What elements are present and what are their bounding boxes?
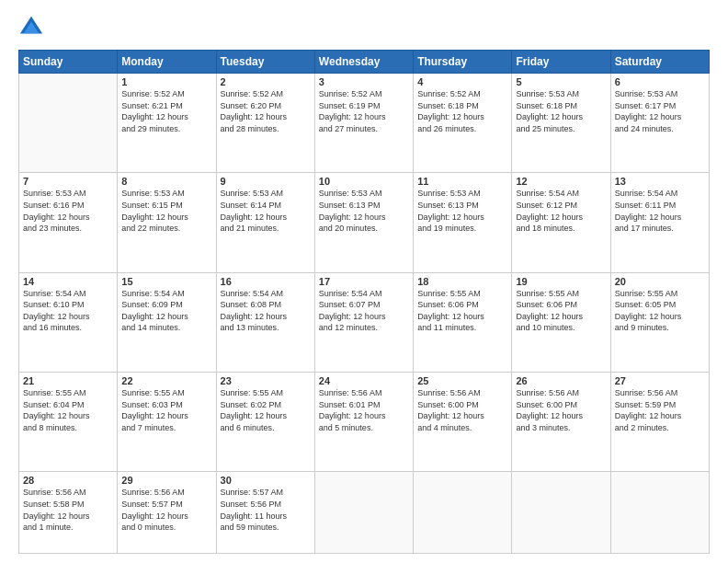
day-cell: 23Sunrise: 5:55 AM Sunset: 6:02 PM Dayli…: [216, 372, 314, 471]
day-cell: 28Sunrise: 5:56 AM Sunset: 5:58 PM Dayli…: [19, 472, 118, 554]
day-cell: 9Sunrise: 5:53 AM Sunset: 6:14 PM Daylig…: [216, 173, 314, 272]
day-number: 5: [516, 76, 606, 87]
day-cell: 19Sunrise: 5:55 AM Sunset: 6:06 PM Dayli…: [512, 272, 610, 372]
day-cell: 27Sunrise: 5:56 AM Sunset: 5:59 PM Dayli…: [610, 372, 709, 471]
day-cell: [19, 74, 118, 173]
day-cell: 7Sunrise: 5:53 AM Sunset: 6:16 PM Daylig…: [19, 173, 118, 272]
day-number: 10: [319, 176, 409, 187]
day-number: 30: [221, 475, 311, 486]
day-info: Sunrise: 5:54 AM Sunset: 6:12 PM Dayligh…: [516, 188, 606, 234]
day-info: Sunrise: 5:53 AM Sunset: 6:13 PM Dayligh…: [417, 188, 507, 234]
day-number: 23: [221, 375, 311, 386]
day-number: 26: [516, 375, 606, 386]
day-number: 3: [319, 76, 409, 87]
day-cell: 21Sunrise: 5:55 AM Sunset: 6:04 PM Dayli…: [19, 372, 118, 471]
day-cell: 16Sunrise: 5:54 AM Sunset: 6:08 PM Dayli…: [216, 272, 314, 372]
day-number: 15: [121, 276, 211, 287]
day-info: Sunrise: 5:56 AM Sunset: 5:59 PM Dayligh…: [615, 387, 705, 433]
day-number: 9: [221, 176, 311, 187]
day-cell: 5Sunrise: 5:53 AM Sunset: 6:18 PM Daylig…: [512, 74, 610, 173]
day-cell: 18Sunrise: 5:55 AM Sunset: 6:06 PM Dayli…: [414, 272, 512, 372]
day-number: 16: [221, 276, 311, 287]
header: [18, 15, 710, 40]
weekday-header-monday: Monday: [118, 51, 216, 74]
day-info: Sunrise: 5:53 AM Sunset: 6:18 PM Dayligh…: [516, 88, 606, 134]
day-cell: 17Sunrise: 5:54 AM Sunset: 6:07 PM Dayli…: [314, 272, 413, 372]
day-number: 19: [516, 276, 606, 287]
day-cell: 26Sunrise: 5:56 AM Sunset: 6:00 PM Dayli…: [512, 372, 610, 471]
day-cell: [414, 472, 512, 554]
day-info: Sunrise: 5:55 AM Sunset: 6:05 PM Dayligh…: [615, 288, 705, 334]
day-info: Sunrise: 5:54 AM Sunset: 6:11 PM Dayligh…: [615, 188, 705, 234]
weekday-header-row: SundayMondayTuesdayWednesdayThursdayFrid…: [19, 51, 710, 74]
day-cell: [314, 472, 413, 554]
weekday-header-sunday: Sunday: [19, 51, 118, 74]
day-number: 21: [23, 375, 113, 386]
week-row-4: 21Sunrise: 5:55 AM Sunset: 6:04 PM Dayli…: [19, 372, 710, 471]
day-info: Sunrise: 5:56 AM Sunset: 5:58 PM Dayligh…: [23, 487, 113, 533]
week-row-2: 7Sunrise: 5:53 AM Sunset: 6:16 PM Daylig…: [19, 173, 710, 272]
day-info: Sunrise: 5:52 AM Sunset: 6:21 PM Dayligh…: [121, 88, 211, 134]
day-info: Sunrise: 5:55 AM Sunset: 6:06 PM Dayligh…: [417, 288, 507, 334]
day-cell: 12Sunrise: 5:54 AM Sunset: 6:12 PM Dayli…: [512, 173, 610, 272]
day-number: 24: [319, 375, 409, 386]
day-info: Sunrise: 5:52 AM Sunset: 6:18 PM Dayligh…: [417, 88, 507, 134]
day-number: 14: [23, 276, 113, 287]
day-cell: [610, 472, 709, 554]
day-info: Sunrise: 5:54 AM Sunset: 6:10 PM Dayligh…: [23, 288, 113, 334]
weekday-header-tuesday: Tuesday: [216, 51, 314, 74]
day-info: Sunrise: 5:56 AM Sunset: 6:01 PM Dayligh…: [319, 387, 409, 433]
day-info: Sunrise: 5:54 AM Sunset: 6:08 PM Dayligh…: [221, 288, 311, 334]
day-number: 1: [121, 76, 211, 87]
day-cell: 14Sunrise: 5:54 AM Sunset: 6:10 PM Dayli…: [19, 272, 118, 372]
weekday-header-friday: Friday: [512, 51, 610, 74]
day-cell: 10Sunrise: 5:53 AM Sunset: 6:13 PM Dayli…: [314, 173, 413, 272]
day-info: Sunrise: 5:53 AM Sunset: 6:14 PM Dayligh…: [221, 188, 311, 234]
day-cell: 20Sunrise: 5:55 AM Sunset: 6:05 PM Dayli…: [610, 272, 709, 372]
logo: [18, 15, 48, 40]
day-cell: 29Sunrise: 5:56 AM Sunset: 5:57 PM Dayli…: [118, 472, 216, 554]
day-number: 2: [221, 76, 311, 87]
day-cell: 1Sunrise: 5:52 AM Sunset: 6:21 PM Daylig…: [118, 74, 216, 173]
day-number: 27: [615, 375, 705, 386]
day-cell: 4Sunrise: 5:52 AM Sunset: 6:18 PM Daylig…: [414, 74, 512, 173]
day-info: Sunrise: 5:54 AM Sunset: 6:07 PM Dayligh…: [319, 288, 409, 334]
day-cell: 24Sunrise: 5:56 AM Sunset: 6:01 PM Dayli…: [314, 372, 413, 471]
day-cell: [512, 472, 610, 554]
day-number: 20: [615, 276, 705, 287]
day-info: Sunrise: 5:56 AM Sunset: 6:00 PM Dayligh…: [417, 387, 507, 433]
week-row-5: 28Sunrise: 5:56 AM Sunset: 5:58 PM Dayli…: [19, 472, 710, 554]
day-info: Sunrise: 5:53 AM Sunset: 6:16 PM Dayligh…: [23, 188, 113, 234]
day-cell: 22Sunrise: 5:55 AM Sunset: 6:03 PM Dayli…: [118, 372, 216, 471]
day-cell: 2Sunrise: 5:52 AM Sunset: 6:20 PM Daylig…: [216, 74, 314, 173]
day-info: Sunrise: 5:54 AM Sunset: 6:09 PM Dayligh…: [121, 288, 211, 334]
calendar-table: SundayMondayTuesdayWednesdayThursdayFrid…: [18, 50, 710, 554]
day-info: Sunrise: 5:53 AM Sunset: 6:17 PM Dayligh…: [615, 88, 705, 134]
day-info: Sunrise: 5:52 AM Sunset: 6:20 PM Dayligh…: [221, 88, 311, 134]
week-row-3: 14Sunrise: 5:54 AM Sunset: 6:10 PM Dayli…: [19, 272, 710, 372]
weekday-header-wednesday: Wednesday: [314, 51, 413, 74]
day-cell: 13Sunrise: 5:54 AM Sunset: 6:11 PM Dayli…: [610, 173, 709, 272]
day-cell: 11Sunrise: 5:53 AM Sunset: 6:13 PM Dayli…: [414, 173, 512, 272]
day-number: 8: [121, 176, 211, 187]
day-number: 13: [615, 176, 705, 187]
day-cell: 3Sunrise: 5:52 AM Sunset: 6:19 PM Daylig…: [314, 74, 413, 173]
day-cell: 30Sunrise: 5:57 AM Sunset: 5:56 PM Dayli…: [216, 472, 314, 554]
day-info: Sunrise: 5:53 AM Sunset: 6:13 PM Dayligh…: [319, 188, 409, 234]
weekday-header-saturday: Saturday: [610, 51, 709, 74]
day-number: 18: [417, 276, 507, 287]
day-number: 29: [121, 475, 211, 486]
day-info: Sunrise: 5:53 AM Sunset: 6:15 PM Dayligh…: [121, 188, 211, 234]
day-number: 22: [121, 375, 211, 386]
day-info: Sunrise: 5:55 AM Sunset: 6:04 PM Dayligh…: [23, 387, 113, 433]
week-row-1: 1Sunrise: 5:52 AM Sunset: 6:21 PM Daylig…: [19, 74, 710, 173]
day-info: Sunrise: 5:56 AM Sunset: 5:57 PM Dayligh…: [121, 487, 211, 533]
day-cell: 25Sunrise: 5:56 AM Sunset: 6:00 PM Dayli…: [414, 372, 512, 471]
day-cell: 8Sunrise: 5:53 AM Sunset: 6:15 PM Daylig…: [118, 173, 216, 272]
day-number: 28: [23, 475, 113, 486]
day-number: 6: [615, 76, 705, 87]
day-number: 4: [417, 76, 507, 87]
calendar-page: SundayMondayTuesdayWednesdayThursdayFrid…: [0, 0, 728, 563]
day-number: 12: [516, 176, 606, 187]
weekday-header-thursday: Thursday: [414, 51, 512, 74]
